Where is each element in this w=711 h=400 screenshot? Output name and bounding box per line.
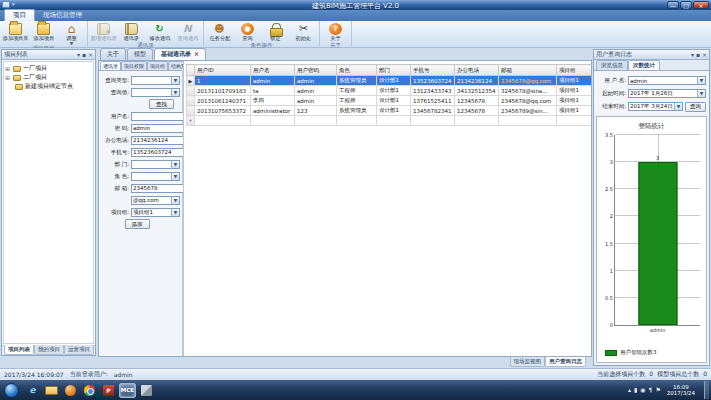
tab-contacts[interactable]: 基础通讯录× [154, 48, 206, 60]
tray-expand-icon[interactable]: ▴ [628, 385, 631, 395]
tab-count-stats[interactable]: 次数统计 [628, 60, 660, 70]
role-select[interactable]: ▼ [131, 172, 180, 181]
y-tick-label: 1.5 [605, 241, 613, 247]
column-header[interactable]: 办公电话 [455, 65, 499, 76]
tab-browse-info[interactable]: 浏览信息 [596, 60, 628, 70]
ribbon-tab-site-info[interactable]: 现场信息管理 [35, 10, 90, 21]
tray-icon[interactable]: ▮ [634, 385, 637, 395]
add-project-lib-button[interactable]: 添加项目库 [2, 22, 29, 42]
table-cell: 3245678@sina... [499, 86, 557, 96]
tab-operating-projects[interactable]: 运营项目 [64, 345, 94, 355]
query-value-select[interactable]: ▼ [131, 88, 180, 97]
table-row[interactable]: 20131101709183taadmin工程师设计部1131234337433… [187, 86, 592, 96]
column-header[interactable]: 用户名 [251, 65, 295, 76]
row-selector[interactable] [187, 106, 195, 116]
about-button[interactable]: ? 关于 [322, 22, 349, 42]
tray-icon[interactable]: ¶ [649, 385, 653, 395]
tree-item-plant2[interactable]: ⊞ 二厂项目 [5, 73, 92, 82]
expand-icon[interactable]: ⊞ [5, 74, 11, 81]
table-row[interactable]: 20131075653372administrator123系统管理员设计部11… [187, 106, 592, 116]
tab-about[interactable]: 关于 [100, 48, 126, 60]
tab-project-list[interactable]: 项目列表 [4, 345, 34, 355]
adjust-button[interactable]: ⌂ 调整 ▼ [58, 22, 85, 45]
start-time-select[interactable]: 2017年 1月26日 ▼ [628, 89, 706, 98]
chevron-down-icon[interactable]: ▾ [691, 51, 694, 59]
pdf-icon[interactable]: P [100, 383, 117, 398]
email-domain-select[interactable]: @qq.com ▼ [131, 196, 180, 205]
close-icon[interactable]: × [88, 51, 93, 59]
table-row[interactable]: 20131061240371李四admin工程师设计部1137615254111… [187, 96, 592, 106]
row-selector-header[interactable] [187, 65, 195, 76]
ribbon-tab-project[interactable]: 项目 [4, 9, 35, 21]
chrome-icon[interactable] [81, 383, 98, 398]
left-dock-tab-strip: 项目列表 我的项目 运营项目 [2, 345, 95, 355]
minimize-button[interactable]: — [667, 1, 679, 9]
brush-icon[interactable] [138, 383, 155, 398]
pin-icon[interactable]: ▪ [82, 51, 86, 59]
explorer-icon[interactable] [43, 383, 60, 398]
query-contact-button[interactable]: N 查询通讯 [174, 22, 201, 42]
tab-user-query-log[interactable]: 用户查询日志 [545, 357, 586, 367]
column-header[interactable]: 项目组 [557, 65, 592, 76]
new-contact-button[interactable]: + 新增通讯录 [90, 22, 117, 42]
status-total-label: 模型项目总个数 [657, 370, 699, 379]
row-selector[interactable]: * [187, 116, 195, 126]
chevron-down-icon[interactable]: ▾ [77, 51, 80, 59]
table-row[interactable]: * [187, 116, 592, 126]
tab-model[interactable]: 模型 [127, 48, 153, 60]
lock-button[interactable]: 锁定 [262, 22, 289, 42]
edit-contact-button[interactable]: ↻ 修改通讯 [146, 22, 173, 42]
tray-icon[interactable]: ◉ [640, 385, 645, 395]
mce-app-button[interactable]: MCE [119, 383, 136, 398]
query-button[interactable]: ● 查询 [234, 22, 261, 42]
row-selector[interactable] [187, 86, 195, 96]
add-project-button[interactable]: 添加项目 [30, 22, 57, 42]
table-row[interactable]: ▶1adminadmin系统管理员设计部11352360372421342361… [187, 76, 592, 86]
sub-tab-strip: 通讯录 项目权限 项目组 结构预览 [99, 61, 182, 70]
tree-item-new-node[interactable]: 新建项目绑定节点 [5, 82, 92, 91]
expand-icon[interactable]: ⊞ [5, 65, 11, 72]
table-cell: 34132512354 [455, 86, 499, 96]
column-header[interactable]: 部门 [377, 65, 411, 76]
row-selector[interactable] [187, 96, 195, 106]
column-header[interactable]: 用户密码 [295, 65, 337, 76]
subtab-group[interactable]: 项目组 [147, 61, 168, 70]
close-icon[interactable]: × [194, 50, 199, 57]
pin-icon[interactable]: ▪ [696, 51, 700, 59]
department-select[interactable]: ▼ [131, 160, 180, 169]
column-header[interactable]: 用户ID [195, 65, 251, 76]
initialize-button[interactable]: ✂ 初始化 [290, 22, 317, 42]
table-cell: 13761525411 [411, 96, 455, 106]
show-desktop-button[interactable] [704, 381, 709, 399]
end-time-select[interactable]: 2017年 3月24日 ▼ [628, 102, 683, 111]
maximize-button[interactable]: ▢ [680, 1, 692, 9]
row-selector[interactable]: ▶ [187, 76, 195, 86]
close-icon[interactable]: × [702, 51, 707, 59]
tree-item-plant1[interactable]: ⊞ 一厂项目 [5, 64, 92, 73]
clock[interactable]: 16:09 2017/3/24 [667, 384, 695, 396]
column-header[interactable]: 角色 [337, 65, 377, 76]
ie-icon[interactable]: e [24, 383, 41, 398]
close-button[interactable]: × [693, 1, 709, 9]
log-user-select[interactable]: admin ▼ [628, 76, 706, 85]
contacts-button[interactable]: 通讯录 [118, 22, 145, 42]
table-cell: 系统管理员 [337, 106, 377, 116]
y-tick-label: 2 [610, 213, 613, 219]
table-cell [499, 116, 557, 126]
start-button[interactable] [4, 383, 19, 398]
column-header[interactable]: 邮箱 [499, 65, 557, 76]
log-query-button[interactable]: 查询 [685, 102, 706, 112]
tray-icon[interactable]: ⚑ [655, 385, 660, 395]
tab-site-monitor-view[interactable]: 现场监视图 [510, 357, 546, 367]
assign-task-button[interactable]: ☻ 任务分配 [206, 22, 233, 42]
subtab-contacts[interactable]: 通讯录 [100, 61, 121, 70]
query-type-select[interactable]: ▼ [131, 76, 180, 85]
subtab-permissions[interactable]: 项目权限 [121, 61, 147, 70]
tab-my-projects[interactable]: 我的项目 [34, 345, 64, 355]
search-button[interactable]: 查找 [149, 99, 174, 109]
user-query-log-panel: 用户查询日志 ▾ ▪ × 浏览信息 次数统计 用 户 名: admin ▼ 起始… [593, 49, 710, 366]
media-player-icon[interactable] [62, 383, 79, 398]
column-header[interactable]: 手机号 [411, 65, 455, 76]
project-group-select[interactable]: 项目组1 ▼ [131, 208, 180, 217]
add-button[interactable]: 添加 [125, 219, 150, 229]
